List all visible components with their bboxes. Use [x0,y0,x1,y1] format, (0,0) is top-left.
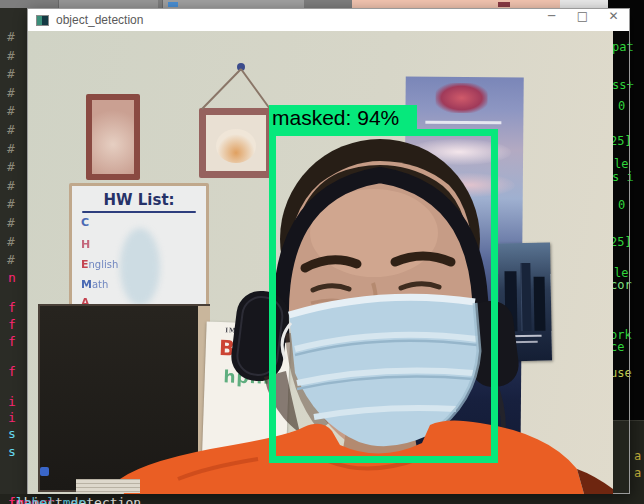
background-tab-3[interactable] [352,0,560,8]
code-char: i [8,410,16,425]
background-tab-strip [0,0,644,8]
code-char: s [8,444,16,459]
code-char: f [8,334,16,349]
minimize-button[interactable]: ─ [536,9,567,31]
webcam-frame: HW List: C H English Math A IMPORTAN BIR… [28,31,613,494]
window-controls: ─ □ ✕ [536,9,629,31]
code-char: f [8,317,16,332]
background-tab-1[interactable] [58,0,158,8]
window-title: object_detection [56,13,143,27]
background-tab-2[interactable] [162,0,304,8]
screen: # # # # # # # # # # # # # n f f f f i i … [0,0,644,504]
detection-bounding-box [269,129,498,463]
code-char: s [8,426,16,441]
opencv-window: object_detection ─ □ ✕ HW List: [27,8,630,494]
frame-string [202,69,270,109]
tab-close-icon[interactable] [498,2,510,7]
comment-column: # # # # # # # # # # # # # [7,28,15,270]
window-icon [36,15,49,26]
panel-text: a [634,466,641,480]
imported-name: label_map [8,495,86,504]
tab-favicon [168,2,178,7]
code-char: i [8,394,16,409]
code-editor-left-edge: # # # # # # # # # # # # # n f f f f i i … [0,8,27,494]
code-char: f [8,364,16,379]
code-editor-bottom-line: from object_detection import label_map [0,494,612,504]
maximize-button[interactable]: □ [567,9,598,31]
detection-label: masked: 94% [269,105,417,130]
code-char: f [8,300,16,315]
code-char: n [8,270,16,285]
blue-pin [40,467,49,476]
close-button[interactable]: ✕ [598,9,629,31]
window-titlebar[interactable]: object_detection ─ □ ✕ [28,9,629,31]
panel-text: a [634,449,641,463]
lined-paper [76,479,140,493]
